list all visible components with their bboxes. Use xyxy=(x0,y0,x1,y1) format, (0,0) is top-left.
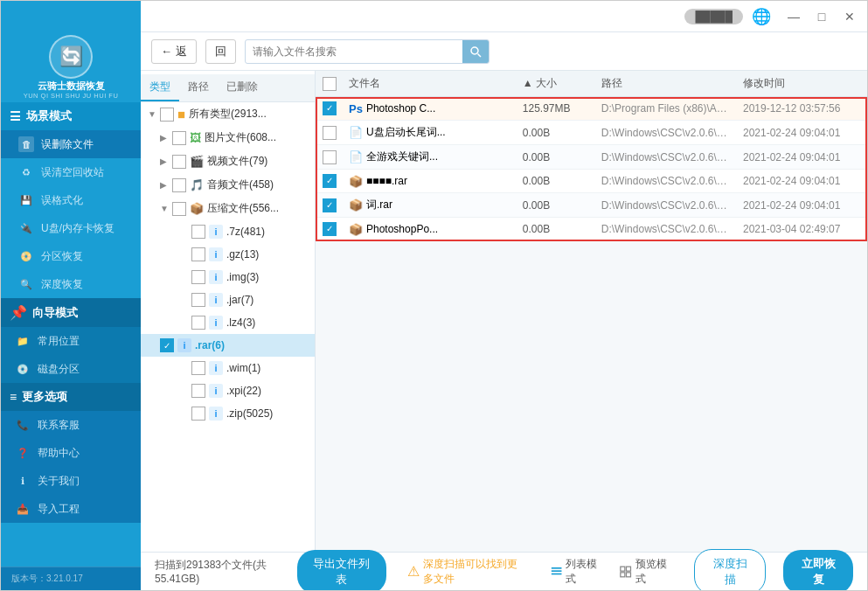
tree-checkbox-audio[interactable] xyxy=(172,178,186,192)
tree-checkbox-xpi[interactable] xyxy=(191,384,205,398)
select-all-checkbox[interactable] xyxy=(323,77,337,91)
td-check-6[interactable] xyxy=(316,222,342,236)
table-row[interactable]: 📦 ■■■■.rar 0.00B D:\Windows\CSC\v2.0.6\n… xyxy=(316,170,867,193)
sidebar-item-common[interactable]: 📁 常用位置 xyxy=(1,327,141,355)
user-name: █████ xyxy=(695,10,733,23)
back-button[interactable]: ← 返 xyxy=(151,39,197,64)
tree-checkbox-img[interactable] xyxy=(191,270,205,284)
sidebar-item-format[interactable]: 💾 误格式化 xyxy=(1,186,141,214)
sidebar-item-partition[interactable]: 📀 分区恢复 xyxy=(1,242,141,270)
warning-icon: ⚠ xyxy=(407,563,420,580)
td-check-1[interactable] xyxy=(316,101,342,115)
close-button[interactable]: ✕ xyxy=(837,8,862,25)
scene-icon: ☰ xyxy=(10,109,21,123)
maximize-button[interactable]: □ xyxy=(809,8,834,25)
img-icon: i xyxy=(209,270,223,284)
deep-scan-button[interactable]: 深度扫描 xyxy=(694,549,766,591)
tree-checkbox-7z[interactable] xyxy=(191,225,205,239)
td-size-2: 0.00B xyxy=(516,127,594,139)
help-icon: ❓ xyxy=(15,445,31,461)
sidebar-item-delete[interactable]: 🗑 误删除文件 xyxy=(1,130,141,158)
td-mtime-2: 2021-02-24 09:04:01 xyxy=(736,127,867,139)
sidebar-item-recycle[interactable]: ♻ 误清空回收站 xyxy=(1,158,141,186)
table-row[interactable]: 📄 全游戏关键词... 0.00B D:\Windows\CSC\v2.0.6\… xyxy=(316,145,867,170)
tree-node-img[interactable]: i .img(3) xyxy=(141,266,315,289)
tree-checkbox-all[interactable] xyxy=(160,108,174,122)
tree-node-audio[interactable]: ▶ 🎵 音频文件(458) xyxy=(141,173,315,197)
tree-node-video[interactable]: ▶ 🎬 视频文件(79) xyxy=(141,149,315,173)
tree-node-rar[interactable]: i .rar(6) xyxy=(141,334,315,357)
td-check-2[interactable] xyxy=(316,126,342,140)
td-size-4: 0.00B xyxy=(516,175,594,187)
td-size-3: 0.00B xyxy=(516,151,594,163)
table-row[interactable]: Ps Photoshop C... 125.97MB D:\Program Fi… xyxy=(316,97,867,121)
tree-node-jar[interactable]: i .jar(7) xyxy=(141,289,315,311)
list-mode-btn[interactable]: 列表模式 xyxy=(551,557,601,587)
tree-checkbox-lz4[interactable] xyxy=(191,316,205,330)
th-size[interactable]: ▲ 大小 xyxy=(516,76,594,91)
checkbox-6[interactable] xyxy=(323,222,337,236)
checkbox-2[interactable] xyxy=(323,126,337,140)
preview-mode-btn[interactable]: 预览模式 xyxy=(620,557,670,587)
tree-node-wim[interactable]: i .wim(1) xyxy=(141,357,315,379)
tree-checkbox-rar[interactable] xyxy=(160,338,174,352)
tree-node-gz[interactable]: i .gz(13) xyxy=(141,243,315,266)
th-check[interactable] xyxy=(316,77,342,91)
common-icon: 📁 xyxy=(15,333,31,349)
th-name[interactable]: 文件名 xyxy=(342,76,516,91)
tree-panel: 类型 路径 已删除 ▼ ■ 所有类型(2913... ▶ xyxy=(141,71,316,552)
td-check-4[interactable] xyxy=(316,174,342,188)
td-mtime-3: 2021-02-24 09:04:01 xyxy=(736,151,867,163)
tree-node-7z[interactable]: i .7z(481) xyxy=(141,220,315,243)
recover-button[interactable]: 立即恢复 xyxy=(783,550,853,591)
td-name-4: 📦 ■■■■.rar xyxy=(342,175,516,188)
tab-path[interactable]: 路径 xyxy=(179,74,218,101)
tree-node-lz4[interactable]: i .lz4(3) xyxy=(141,311,315,334)
tree-checkbox-wim[interactable] xyxy=(191,361,205,375)
export-button[interactable]: 导出文件列表 xyxy=(297,550,386,591)
app-subtitle: YUN QI SHI SHU JU HUI FU xyxy=(24,92,119,100)
sidebar-item-service[interactable]: 📞 联系客服 xyxy=(1,411,141,439)
tree-checkbox-zip[interactable] xyxy=(191,407,205,421)
tree-checkbox-jar[interactable] xyxy=(191,293,205,307)
sidebar-item-about[interactable]: ℹ 关于我们 xyxy=(1,467,141,495)
checkbox-4[interactable] xyxy=(323,174,337,188)
tree-node-zip[interactable]: i .zip(5025) xyxy=(141,402,315,425)
pin-icon: 📌 xyxy=(10,304,27,321)
expand-arrow-image: ▶ xyxy=(160,133,172,143)
td-check-3[interactable] xyxy=(316,150,342,164)
sidebar-item-deep[interactable]: 🔍 深度恢复 xyxy=(1,270,141,298)
minimize-button[interactable]: — xyxy=(781,8,806,25)
tree-checkbox-gz[interactable] xyxy=(191,247,205,261)
table-row[interactable]: 📦 词.rar 0.00B D:\Windows\CSC\v2.0.6\name… xyxy=(316,193,867,218)
tree-checkbox-archive[interactable] xyxy=(172,202,186,216)
checkbox-3[interactable] xyxy=(323,150,337,164)
search-button[interactable] xyxy=(462,39,489,64)
td-name-6: 📦 PhotoshopPo... xyxy=(342,223,516,236)
svg-rect-7 xyxy=(621,572,625,576)
td-name-5: 📦 词.rar xyxy=(342,198,516,212)
tree-checkbox-video[interactable] xyxy=(172,155,186,169)
checkbox-5[interactable] xyxy=(323,198,337,212)
svg-rect-8 xyxy=(627,572,631,576)
sidebar-item-disk[interactable]: 💿 磁盘分区 xyxy=(1,355,141,383)
checkbox-1[interactable] xyxy=(323,101,337,115)
table-row[interactable]: 📄 U盘启动长尾词... 0.00B D:\Windows\CSC\v2.0.6… xyxy=(316,121,867,145)
table-row[interactable]: 📦 PhotoshopPo... 0.00B D:\Windows\CSC\v2… xyxy=(316,218,867,241)
sidebar-item-import[interactable]: 📥 导入工程 xyxy=(1,495,141,523)
search-input[interactable] xyxy=(246,45,462,58)
tree-node-archive[interactable]: ▼ 📦 压缩文件(556... xyxy=(141,197,315,220)
tree-node-all[interactable]: ▼ ■ 所有类型(2913... xyxy=(141,102,315,126)
tree-node-image[interactable]: ▶ 🖼 图片文件(608... xyxy=(141,126,315,149)
forward-button[interactable]: 回 xyxy=(205,39,236,64)
tab-deleted[interactable]: 已删除 xyxy=(218,74,267,101)
td-mtime-6: 2021-03-04 02:49:07 xyxy=(736,223,867,235)
ps-icon: Ps xyxy=(349,102,363,115)
tab-type[interactable]: 类型 xyxy=(141,74,179,101)
tree-checkbox-image[interactable] xyxy=(172,131,186,145)
sidebar-item-help[interactable]: ❓ 帮助中心 xyxy=(1,439,141,467)
jar-icon: i xyxy=(209,293,223,307)
td-check-5[interactable] xyxy=(316,198,342,212)
tree-node-xpi[interactable]: i .xpi(22) xyxy=(141,379,315,402)
sidebar-item-usb[interactable]: 🔌 U盘/内存卡恢复 xyxy=(1,214,141,242)
